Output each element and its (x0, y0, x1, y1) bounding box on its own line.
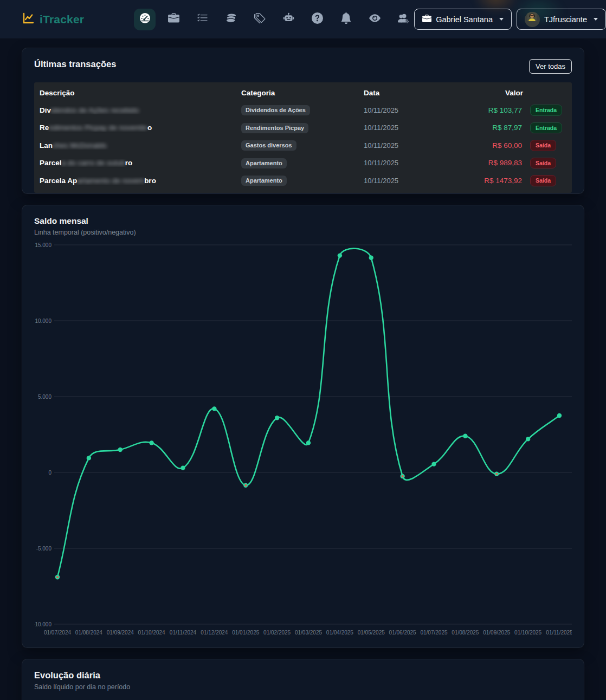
column-header-data: Data (364, 89, 462, 97)
y-axis-label: 0 (48, 470, 51, 476)
x-axis-label: 01/08/2025 (452, 630, 479, 636)
category-badge: Dividendos de Ações (241, 105, 310, 115)
transaction-category-cell: Apartamento (241, 158, 364, 168)
y-axis-label: -10.000 (34, 621, 51, 627)
transaction-value: R$ 989,83 (462, 159, 523, 167)
category-badge: Apartamento (241, 176, 287, 186)
nav-icon-menu (134, 9, 414, 30)
chart-point[interactable] (557, 413, 562, 418)
chart-point[interactable] (180, 465, 185, 470)
chart-point[interactable] (212, 406, 216, 411)
question-circle-icon (312, 12, 323, 26)
transaction-category-cell: Rendimentos Picpay (241, 122, 364, 133)
category-badge: Apartamento (241, 158, 287, 168)
flow-badge: Saída (530, 140, 556, 151)
username: TJfrusciante (544, 15, 587, 24)
chart-point[interactable] (149, 440, 153, 445)
table-row[interactable]: Dividendos de Ações recebidoDividendos d… (34, 101, 572, 119)
chart-point[interactable] (463, 434, 467, 438)
transaction-date: 10/11/2025 (364, 106, 462, 114)
navbar-right: Gabriel Santana TJfrusciante (414, 8, 606, 31)
x-axis-label: 01/09/2025 (483, 630, 510, 636)
x-axis-label: 01/02/2025 (263, 630, 291, 636)
saldo-mensal-chart[interactable]: 15.00010.0005.0000-5.000-10.00001/07/202… (34, 241, 572, 640)
transaction-value: R$ 87,97 (462, 124, 523, 132)
x-axis-label: 01/06/2025 (389, 630, 416, 636)
chart-point[interactable] (118, 448, 123, 452)
brand[interactable]: iTracker (22, 12, 84, 27)
flow-badge: Saída (530, 158, 556, 169)
negative-point-center (56, 576, 59, 578)
table-row[interactable]: Parcela Apartamento de novembroApartamen… (34, 172, 572, 190)
nav-icon-briefcase[interactable] (163, 9, 184, 30)
nav-icon-coins[interactable] (220, 9, 242, 30)
transaction-description: Parcela do carro de outubro (40, 159, 241, 167)
daily-card-title: Evolução diária (34, 670, 572, 680)
transaction-category-cell: Apartamento (241, 175, 364, 186)
transactions-table-body: Dividendos de Ações recebidoDividendos d… (34, 101, 572, 190)
chevron-down-icon (499, 18, 504, 21)
chart-subtitle: Linha temporal (positivo/negativo) (34, 229, 572, 236)
x-axis-label: 01/11/2025 (546, 630, 572, 636)
nav-icon-watch[interactable] (364, 9, 385, 30)
x-axis-label: 01/09/2024 (107, 630, 134, 636)
user-dropdown[interactable]: TJfrusciante (517, 9, 606, 30)
x-axis-label: 01/07/2024 (44, 630, 71, 636)
chart-point[interactable] (87, 456, 91, 460)
x-axis-label: 01/12/2024 (201, 630, 228, 636)
nav-icon-robot[interactable] (278, 9, 299, 30)
transactions-card-title: Últimas transações (34, 59, 116, 69)
coins-icon (225, 12, 237, 26)
top-navbar: iTracker (0, 0, 606, 39)
chart-point[interactable] (369, 256, 373, 260)
table-row[interactable]: Rendimentos Picpay de novembroRendimento… (34, 119, 572, 137)
chart-point[interactable] (431, 462, 436, 466)
transaction-date: 10/11/2025 (364, 141, 462, 150)
x-axis-label: 01/04/2025 (326, 630, 353, 636)
y-axis-label: -5.000 (36, 546, 52, 552)
y-axis-label: 15.000 (35, 242, 51, 248)
x-axis-label: 01/08/2024 (75, 630, 102, 636)
category-badge: Rendimentos Picpay (241, 123, 308, 133)
briefcase-icon (422, 14, 431, 25)
nav-icon-checklist[interactable] (191, 9, 213, 30)
view-all-button[interactable]: Ver todas (529, 59, 572, 74)
x-axis-label: 01/10/2024 (138, 630, 165, 636)
y-axis-label: 5.000 (38, 394, 51, 400)
chart-point[interactable] (306, 440, 311, 445)
flow-badge: Entrada (530, 122, 562, 134)
nav-icon-notifications[interactable] (335, 9, 357, 30)
brand-chart-icon (22, 12, 35, 27)
briefcase-icon (168, 12, 179, 26)
daily-evolution-card: Evolução diária Saldo líquido por dia no… (22, 659, 584, 700)
table-row[interactable]: Parcela do carro de outubroApartamento10… (34, 154, 572, 172)
nav-icon-dashboard[interactable] (134, 9, 156, 30)
table-row[interactable]: Lanches McDonaldsGastos diversos10/11/20… (34, 137, 572, 154)
tags-icon (254, 12, 266, 26)
company-name: Gabriel Santana (436, 15, 493, 24)
transaction-value: R$ 60,00 (462, 141, 523, 150)
nav-icon-help[interactable] (306, 9, 328, 30)
nav-icon-tags[interactable] (249, 9, 270, 30)
chart-point[interactable] (275, 416, 279, 420)
daily-card-subtitle: Saldo líquido por dia no período (34, 683, 572, 691)
transaction-category-cell: Gastos diversos (241, 140, 364, 151)
bell-icon (340, 12, 352, 26)
chart-point[interactable] (526, 437, 530, 441)
transaction-value: R$ 1473,92 (462, 177, 523, 185)
users-gear-icon (398, 12, 409, 26)
x-axis-label: 01/01/2025 (232, 630, 259, 636)
column-header-categoria: Categoria (241, 89, 364, 97)
avatar (525, 12, 540, 27)
checklist-icon (197, 12, 208, 26)
balance-line-series (57, 249, 559, 578)
transaction-description: Parcela Apartamento de novembro (40, 177, 241, 185)
x-axis-label: 01/03/2025 (295, 630, 322, 636)
x-axis-label: 01/11/2024 (170, 630, 197, 636)
gauge-icon (139, 12, 151, 26)
nav-icon-users-settings[interactable] (392, 9, 414, 30)
company-dropdown[interactable]: Gabriel Santana (414, 9, 512, 30)
transaction-date: 10/11/2025 (364, 124, 462, 132)
chart-point[interactable] (338, 253, 342, 257)
x-axis-label: 01/05/2025 (358, 630, 385, 636)
